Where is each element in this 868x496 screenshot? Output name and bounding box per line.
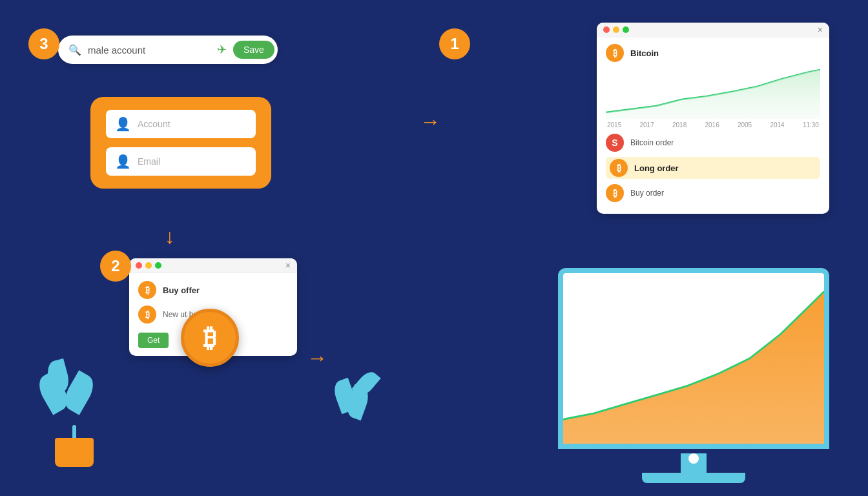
monitor-stand-base bbox=[642, 473, 745, 483]
get-button[interactable]: Get bbox=[138, 333, 169, 348]
email-user-icon: 👤 bbox=[115, 154, 131, 169]
btc-icon-2: ₿ bbox=[138, 305, 156, 324]
close-icon[interactable]: × bbox=[285, 260, 291, 271]
plant-decoration bbox=[55, 438, 94, 464]
bitcoin-chart-panel: × ₿ Bitcoin 2015 2017 2018 201 bbox=[597, 23, 829, 214]
chart-dot-green bbox=[623, 26, 629, 33]
chart-row-bitcoin-order: S Bitcoin order bbox=[606, 134, 820, 152]
send-icon: ✈ bbox=[217, 43, 227, 57]
long-order-label: Long order bbox=[634, 163, 679, 173]
panel-titlebar: × bbox=[129, 258, 297, 273]
email-field[interactable]: 👤 Email bbox=[106, 147, 256, 176]
monitor-chart bbox=[563, 273, 824, 444]
growth-chart-monitor bbox=[558, 268, 829, 483]
chart-long-icon: ₿ bbox=[610, 159, 628, 177]
buy-offer-row1: ₿ Buy offer bbox=[138, 281, 288, 299]
btc-icon-1: ₿ bbox=[138, 281, 156, 299]
chart-panel-content: ₿ Bitcoin 2015 2017 2018 2016 2005 bbox=[597, 37, 829, 214]
monitor-stand-neck bbox=[681, 453, 707, 473]
arrow-down: ↓ bbox=[165, 225, 175, 249]
monitor-screen bbox=[558, 268, 829, 449]
chart-dates: 2015 2017 2018 2016 2005 2014 11:30 bbox=[606, 121, 820, 129]
buy-offer-title: Buy offer bbox=[163, 285, 200, 295]
chart-red-icon: S bbox=[606, 134, 624, 152]
bitcoin-order-label: Bitcoin order bbox=[630, 138, 674, 147]
chart-title: Bitcoin bbox=[630, 48, 659, 58]
dot-yellow bbox=[145, 262, 152, 269]
chart-close-icon[interactable]: × bbox=[818, 25, 823, 35]
dot-red bbox=[136, 262, 142, 269]
chart-row-bitcoin: ₿ Bitcoin bbox=[606, 44, 820, 62]
chart-dot-yellow bbox=[613, 26, 619, 33]
account-form-card: 👤 Account 👤 Email bbox=[90, 97, 271, 189]
email-label: Email bbox=[138, 156, 160, 167]
dot-green bbox=[155, 262, 161, 269]
step-1-badge: 1 bbox=[439, 28, 470, 59]
small-line-chart bbox=[606, 67, 820, 119]
buy-order-label: Buy order bbox=[630, 189, 664, 198]
search-bar: 🔍 ✈ Save bbox=[58, 36, 278, 64]
chart-dot-red bbox=[603, 26, 610, 33]
chart-row-buy-order: ₿ Buy order bbox=[606, 184, 820, 202]
chart-buy-icon: ₿ bbox=[606, 184, 624, 202]
arrow-right-to-monitor: → bbox=[307, 346, 327, 370]
account-field[interactable]: 👤 Account bbox=[106, 110, 256, 138]
step-2-badge: 2 bbox=[100, 251, 131, 282]
chart-row-long-order: ₿ Long order bbox=[606, 157, 820, 179]
chart-btc-icon: ₿ bbox=[606, 44, 624, 62]
account-label: Account bbox=[138, 119, 170, 129]
arrow-right-to-chart: → bbox=[420, 110, 440, 134]
user-icon: 👤 bbox=[115, 116, 131, 132]
chart-panel-titlebar: × bbox=[597, 23, 829, 37]
search-icon: 🔍 bbox=[68, 44, 81, 56]
search-input[interactable] bbox=[88, 45, 211, 56]
bitcoin-coin: ₿ bbox=[181, 309, 239, 367]
save-button[interactable]: Save bbox=[233, 41, 274, 59]
step-3-badge: 3 bbox=[28, 28, 59, 59]
